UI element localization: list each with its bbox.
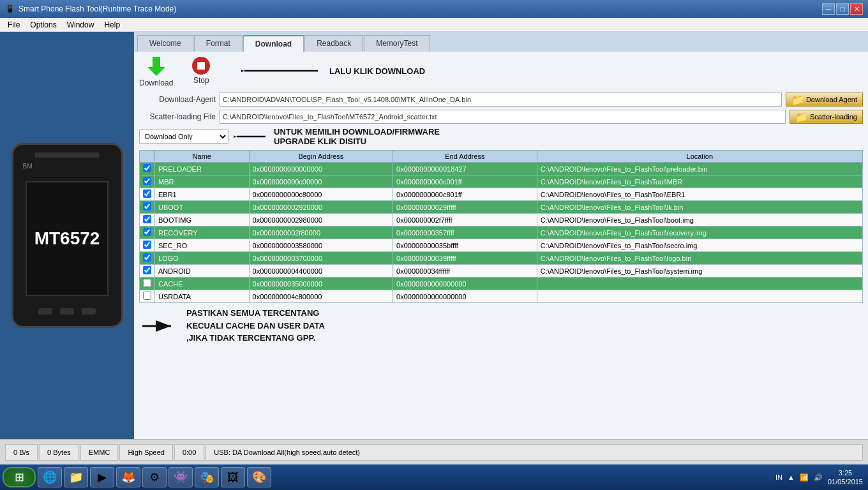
taskbar-app8[interactable]: 🖼 bbox=[221, 467, 245, 487]
phone-btn-menu bbox=[82, 308, 96, 315]
row-begin: 0x0000000000c80000 bbox=[249, 188, 393, 201]
stop-label[interactable]: Stop bbox=[193, 76, 209, 85]
col-end: End Address bbox=[393, 151, 537, 163]
row-location: C:\ANDROID\lenovo\Files_to_FlashTool\EBR… bbox=[537, 188, 862, 201]
row-checkbox[interactable] bbox=[143, 164, 151, 172]
table-row: SEC_RO 0x0000000003580000 0x00000000035b… bbox=[140, 239, 863, 252]
download-mode-select[interactable]: Download Only Firmware Upgrade Format Al… bbox=[139, 130, 228, 144]
table-body: PRELOADER 0x0000000000000000 0x000000000… bbox=[140, 163, 863, 303]
phone-bottom-bar bbox=[38, 308, 96, 315]
row-checkbox-cell[interactable] bbox=[140, 188, 155, 201]
taskbar-settings[interactable]: ⚙ bbox=[142, 467, 167, 487]
taskbar: ⊞ 🌐 📁 ▶ 🦊 ⚙ 👾 🎭 🖼 🎨 IN ▲ 📶 🔊 3:25 01/05/… bbox=[0, 464, 868, 490]
tab-welcome[interactable]: Welcome bbox=[137, 35, 193, 52]
taskbar-app9[interactable]: 🎨 bbox=[247, 467, 271, 487]
row-checkbox-cell[interactable] bbox=[140, 239, 155, 252]
close-button[interactable]: ✕ bbox=[850, 3, 863, 15]
download-agent-input[interactable] bbox=[220, 93, 782, 107]
file-table: Name Begin Address End Address Location … bbox=[139, 150, 863, 303]
titlebar: 📱 Smart Phone Flash Tool(Runtime Trace M… bbox=[0, 0, 868, 18]
table-row: ANDROID 0x0000000004400000 0x000000034ff… bbox=[140, 265, 863, 278]
tray-volume[interactable]: 🔊 bbox=[814, 473, 823, 482]
row-name: UBOOT bbox=[155, 201, 250, 214]
status-speed: 0 B/s bbox=[5, 444, 38, 461]
minimize-button[interactable]: ─ bbox=[822, 3, 835, 15]
row-checkbox-cell[interactable] bbox=[140, 163, 155, 175]
row-checkbox[interactable] bbox=[143, 266, 151, 274]
tab-readback[interactable]: Readback bbox=[304, 35, 363, 52]
row-checkbox[interactable] bbox=[143, 177, 151, 185]
taskbar-app6[interactable]: 👾 bbox=[168, 467, 193, 487]
start-button[interactable]: ⊞ bbox=[3, 467, 36, 487]
download-icon-container[interactable] bbox=[144, 57, 169, 77]
row-name: PRELOADER bbox=[155, 163, 250, 175]
row-checkbox-cell[interactable] bbox=[140, 278, 155, 290]
bottom-annotation: PASTIKAN SEMUA TERCENTANG KECUALI CACHE … bbox=[139, 307, 863, 345]
row-location: C:\ANDROID\lenovo\Files_to_FlashTool\rec… bbox=[537, 226, 862, 239]
row-begin: 0x0000000003580000 bbox=[249, 239, 393, 252]
menu-window[interactable]: Window bbox=[62, 19, 100, 31]
row-checkbox-cell[interactable] bbox=[140, 201, 155, 214]
maximize-button[interactable]: □ bbox=[836, 3, 849, 15]
row-checkbox[interactable] bbox=[143, 241, 151, 249]
taskbar-ie[interactable]: 🌐 bbox=[38, 467, 62, 487]
tab-download[interactable]: Download bbox=[243, 35, 304, 52]
table-container: Name Begin Address End Address Location … bbox=[139, 150, 863, 303]
table-row: CACHE 0x0000000035000000 0x0000000000000… bbox=[140, 278, 863, 290]
taskbar-app7[interactable]: 🎭 bbox=[195, 467, 219, 487]
row-end: 0x000000034ffffff bbox=[393, 265, 537, 278]
taskbar-firefox[interactable]: 🦊 bbox=[116, 467, 140, 487]
scatter-loading-label: Scatter-loading File bbox=[139, 112, 216, 121]
row-end: 0x00000000035bffff bbox=[393, 239, 537, 252]
tab-memorytest[interactable]: MemoryTest bbox=[364, 35, 430, 52]
row-end: 0x0000000000000000 bbox=[393, 290, 537, 303]
row-end: 0x00000000039fffff bbox=[393, 252, 537, 265]
row-location bbox=[537, 290, 862, 303]
taskbar-media[interactable]: ▶ bbox=[90, 467, 114, 487]
titlebar-controls[interactable]: ─ □ ✕ bbox=[822, 3, 863, 15]
row-checkbox-cell[interactable] bbox=[140, 265, 155, 278]
row-checkbox[interactable] bbox=[143, 279, 151, 287]
row-begin: 0x0000000003700000 bbox=[249, 252, 393, 265]
row-checkbox[interactable] bbox=[143, 189, 151, 198]
row-checkbox-cell[interactable] bbox=[140, 226, 155, 239]
annotation-dropdown-arrow bbox=[234, 128, 269, 145]
tray-up-arrow[interactable]: ▲ bbox=[788, 473, 795, 481]
table-row: MBR 0x0000000000c00000 0x0000000000c001f… bbox=[140, 175, 863, 188]
download-label[interactable]: Download bbox=[139, 78, 173, 87]
row-location: C:\ANDROID\lenovo\Files_to_FlashTool\lk.… bbox=[537, 201, 862, 214]
menu-options[interactable]: Options bbox=[25, 19, 61, 31]
download-agent-btn-label: Download Agent bbox=[806, 96, 857, 103]
row-end: 0x0000000000000000 bbox=[393, 278, 537, 290]
app-icon: 📱 bbox=[5, 4, 15, 13]
row-location: C:\ANDROID\lenovo\Files_to_FlashTool\MBR bbox=[537, 175, 862, 188]
row-checkbox-cell[interactable] bbox=[140, 175, 155, 188]
scatter-loading-input[interactable] bbox=[220, 110, 786, 124]
row-checkbox[interactable] bbox=[143, 253, 151, 262]
taskbar-explorer[interactable]: 📁 bbox=[64, 467, 88, 487]
annotation-download-text: LALU KLIK DOWNLOAD bbox=[329, 66, 425, 76]
row-end: 0x00000000029fffff bbox=[393, 201, 537, 214]
col-begin: Begin Address bbox=[249, 151, 393, 163]
status-usb: USB: DA Download All(high speed,auto det… bbox=[206, 444, 863, 461]
phone-bm: BM bbox=[23, 163, 33, 170]
row-checkbox[interactable] bbox=[143, 215, 151, 223]
menubar: File Options Window Help bbox=[0, 18, 868, 32]
row-checkbox-cell[interactable] bbox=[140, 290, 155, 303]
download-area: Download Stop bbox=[139, 57, 863, 87]
row-checkbox[interactable] bbox=[143, 202, 151, 211]
stop-icon-container[interactable] bbox=[192, 57, 210, 75]
tab-format[interactable]: Format bbox=[194, 35, 243, 52]
scatter-loading-button[interactable]: 📁 Scatter-loading bbox=[789, 110, 863, 124]
row-checkbox-cell[interactable] bbox=[140, 214, 155, 226]
annotation-download-container: LALU KLIK DOWNLOAD bbox=[241, 62, 425, 80]
row-checkbox[interactable] bbox=[143, 228, 151, 236]
row-checkbox[interactable] bbox=[143, 292, 151, 300]
menu-file[interactable]: File bbox=[3, 19, 25, 31]
download-agent-button[interactable]: 📁 Download Agent bbox=[786, 93, 863, 107]
row-checkbox-cell[interactable] bbox=[140, 252, 155, 265]
status-high-speed: High Speed bbox=[119, 444, 173, 461]
menu-help[interactable]: Help bbox=[99, 19, 125, 31]
row-begin: 0x0000000000c00000 bbox=[249, 175, 393, 188]
scatter-loading-btn-label: Scatter-loading bbox=[810, 113, 857, 121]
